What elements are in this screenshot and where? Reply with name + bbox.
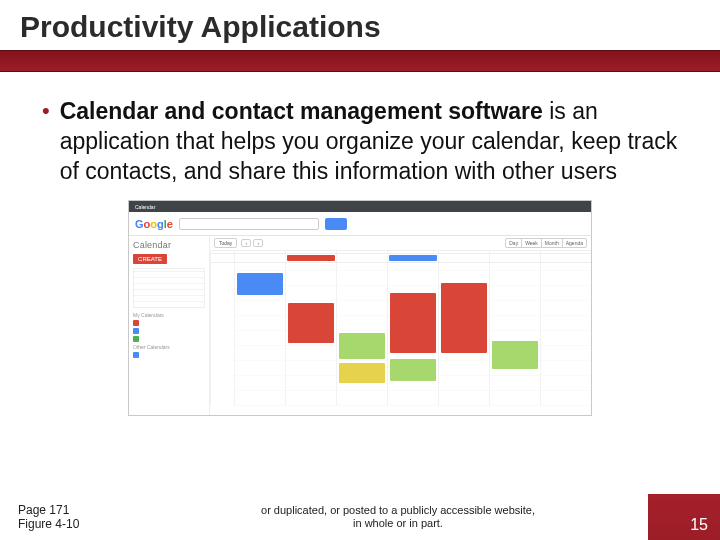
calendar-grid: Today ‹› Day Week Month Agenda [209,236,591,415]
event[interactable] [237,273,283,295]
slide-title: Productivity Applications [20,10,700,44]
allday-event[interactable] [287,255,335,261]
footer-legal: or duplicated, or posted to a publicly a… [148,504,648,530]
slide-number: 15 [690,516,708,534]
view-agenda[interactable]: Agenda [563,239,586,247]
search-input[interactable] [179,218,319,230]
event[interactable] [288,303,334,343]
event[interactable] [390,293,436,353]
calendar-screenshot: Calendar Google Calendar CREATE My Calen… [128,200,592,416]
other-calendars-label: Other Calendars [133,344,205,350]
allday-row [210,254,591,263]
event[interactable] [339,363,385,383]
view-week[interactable]: Week [522,239,542,247]
view-day[interactable]: Day [506,239,522,247]
event[interactable] [390,359,436,381]
cal-item[interactable] [133,328,205,334]
cal-item[interactable] [133,320,205,326]
legal-line-1: or duplicated, or posted to a publicly a… [148,504,648,517]
slide-body: • Calendar and contact management softwa… [0,72,720,416]
mini-month[interactable] [133,268,205,308]
page-ref: Page 171 [18,503,148,517]
app-name: Calendar [133,240,205,250]
create-button[interactable]: CREATE [133,254,167,264]
title-block: Productivity Applications [0,0,720,50]
slide-number-box: 15 [648,494,720,540]
footer: Page 171 Figure 4-10 or duplicated, or p… [0,494,720,540]
calendar-toolbar: Today ‹› Day Week Month Agenda [210,236,591,251]
slide: Productivity Applications • Calendar and… [0,0,720,540]
allday-event[interactable] [389,255,437,261]
event[interactable] [339,333,385,359]
sidebar: Calendar CREATE My Calendars Other Calen… [129,236,209,415]
view-month[interactable]: Month [542,239,563,247]
event[interactable] [441,283,487,353]
cal-item[interactable] [133,336,205,342]
browser-tab: Calendar [135,204,155,210]
figure-ref: Figure 4-10 [18,517,148,531]
title-divider [0,50,720,72]
legal-line-2: in whole or in part. [148,517,648,530]
bullet-item: • Calendar and contact management softwa… [42,96,678,186]
event[interactable] [492,341,538,369]
next-button[interactable]: › [253,239,263,247]
calendar-list: My Calendars Other Calendars [133,312,205,358]
view-switcher[interactable]: Day Week Month Agenda [505,238,587,248]
time-grid[interactable] [210,263,591,406]
browser-titlebar: Calendar [129,201,591,212]
bullet-text: Calendar and contact management software… [60,96,678,186]
bullet-bold: Calendar and contact management software [60,98,543,124]
google-logo: Google [135,218,173,230]
bullet-marker: • [42,96,50,186]
search-button[interactable] [325,218,347,230]
today-button[interactable]: Today [214,238,237,248]
cal-item[interactable] [133,352,205,358]
app-header: Google [129,212,591,236]
prev-button[interactable]: ‹ [241,239,251,247]
footer-left: Page 171 Figure 4-10 [0,503,148,531]
my-calendars-label: My Calendars [133,312,205,318]
